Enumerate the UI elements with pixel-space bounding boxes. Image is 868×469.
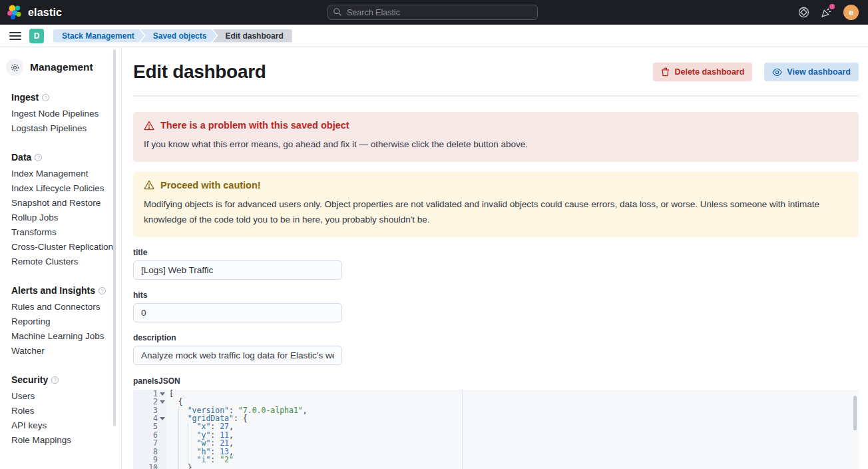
- panels-json-editor[interactable]: 1[2{3"version": "7.0.0-alpha1",4"gridDat…: [133, 390, 859, 469]
- delete-dashboard-button[interactable]: Delete dashboard: [653, 63, 752, 81]
- form-field: description: [133, 333, 342, 365]
- sidebar-item[interactable]: Machine Learning Jobs: [6, 329, 107, 344]
- warning-icon: [144, 121, 154, 131]
- sidebar-item[interactable]: Roles: [6, 404, 107, 418]
- editor-line[interactable]: 4"gridData": {: [133, 414, 859, 422]
- fold-spacer: [158, 431, 166, 439]
- sidebar-item[interactable]: Remote Clusters: [6, 254, 107, 269]
- editor-print-margin: [462, 390, 463, 469]
- section-help-icon: ?: [35, 154, 42, 161]
- section-help-icon: ?: [99, 287, 106, 294]
- breadcrumb-bar: D Stack ManagementSaved objectsEdit dash…: [0, 25, 868, 47]
- editor-scrollbar[interactable]: [853, 396, 857, 430]
- help-icon[interactable]: [798, 7, 809, 18]
- error-callout: There is a problem with this saved objec…: [133, 112, 859, 162]
- fold-spacer: [158, 464, 166, 469]
- warning-icon: [144, 180, 154, 190]
- app-window: elastic: [0, 0, 868, 469]
- sidebar-item[interactable]: Role Mappings: [6, 433, 107, 448]
- divider: [133, 95, 859, 97]
- management-sidebar: Management Ingest?Ingest Node PipelinesL…: [0, 47, 122, 469]
- breadcrumb-item[interactable]: Saved objects: [140, 29, 217, 43]
- editor-line[interactable]: 8"h": 13,: [133, 448, 859, 456]
- sidebar-item[interactable]: Ingest Node Pipelines: [6, 107, 107, 121]
- fold-arrow-icon[interactable]: [158, 398, 166, 406]
- dashboard-app-badge[interactable]: D: [29, 29, 44, 43]
- saved-object-form: titlehitsdescription: [133, 248, 859, 365]
- breadcrumb-item: Edit dashboard: [212, 29, 292, 43]
- editor-line[interactable]: 9"i": "2": [133, 456, 859, 464]
- fold-spacer: [158, 456, 166, 464]
- fold-spacer: [158, 422, 166, 430]
- menu-icon[interactable]: [5, 27, 25, 45]
- fold-arrow-icon[interactable]: [158, 390, 166, 398]
- newsfeed-icon[interactable]: [821, 7, 832, 18]
- fold-spacer: [158, 439, 166, 447]
- sidebar-scrollbar[interactable]: [113, 49, 116, 426]
- hits-input[interactable]: [133, 303, 342, 322]
- sidebar-sections: Ingest?Ingest Node PipelinesLogstash Pip…: [6, 92, 107, 448]
- field-label: description: [133, 333, 342, 342]
- elastic-logo-icon[interactable]: [7, 5, 22, 20]
- editor-line[interactable]: 7"w": 21,: [133, 439, 859, 447]
- form-field: hits: [133, 290, 342, 322]
- field-label: title: [133, 248, 342, 257]
- sidebar-item[interactable]: Cross-Cluster Replication: [6, 240, 107, 254]
- error-callout-title: There is a problem with this saved objec…: [160, 120, 349, 131]
- fold-spacer: [158, 406, 166, 414]
- sidebar-item[interactable]: API keys: [6, 418, 107, 433]
- warning-callout-body: Modifying objects is for advanced users …: [144, 197, 848, 228]
- sidebar-item[interactable]: Snapshot and Restore: [6, 196, 107, 211]
- warning-callout-title: Proceed with caution!: [160, 180, 261, 191]
- sidebar-item[interactable]: Index Lifecycle Policies: [6, 181, 107, 196]
- user-avatar[interactable]: e: [843, 5, 859, 20]
- fold-spacer: [158, 448, 166, 456]
- breadcrumb: Stack ManagementSaved objectsEdit dashbo…: [53, 29, 292, 43]
- sidebar-section-heading: Ingest?: [11, 92, 107, 103]
- view-dashboard-button[interactable]: View dashboard: [764, 63, 859, 81]
- trash-icon: [661, 67, 670, 77]
- editor-line[interactable]: 1[: [133, 390, 859, 398]
- search-input[interactable]: [327, 5, 538, 20]
- section-help-icon: ?: [51, 376, 59, 384]
- main-content: Edit dashboard Delete dashboard: [122, 47, 868, 469]
- notification-dot: [829, 4, 835, 9]
- sidebar-section-heading: Security?: [11, 374, 107, 385]
- breadcrumb-item[interactable]: Stack Management: [53, 29, 144, 43]
- brand-name: elastic: [28, 7, 62, 19]
- sidebar-item[interactable]: Index Management: [6, 167, 107, 181]
- sidebar-item[interactable]: Rules and Connectors: [6, 300, 107, 314]
- sidebar-item[interactable]: Logstash Pipelines: [6, 121, 107, 136]
- description-input[interactable]: [133, 346, 342, 365]
- gear-icon: [6, 59, 23, 76]
- editor-line[interactable]: 6"y": 11,: [133, 431, 859, 439]
- field-label: hits: [133, 290, 342, 300]
- sidebar-item[interactable]: Reporting: [6, 314, 107, 329]
- global-search[interactable]: [327, 5, 538, 20]
- eye-icon: [772, 68, 782, 77]
- section-help-icon: ?: [42, 94, 49, 101]
- top-header: elastic: [0, 0, 868, 25]
- fold-arrow-icon[interactable]: [158, 414, 166, 422]
- error-callout-body: If you know what this error means, go ah…: [144, 137, 848, 153]
- sidebar-section-heading: Alerts and Insights?: [11, 285, 107, 296]
- sidebar-section-heading: Data?: [11, 152, 107, 163]
- title-input[interactable]: [133, 260, 342, 280]
- warning-callout: Proceed with caution! Modifying objects …: [133, 172, 859, 237]
- editor-line[interactable]: 5"x": 27,: [133, 422, 859, 430]
- page-title: Edit dashboard: [133, 61, 266, 83]
- sidebar-title: Management: [30, 61, 93, 73]
- sidebar-item[interactable]: Users: [6, 389, 107, 404]
- editor-line[interactable]: 10},: [133, 464, 859, 469]
- panels-json-label: panelsJSON: [133, 376, 859, 386]
- search-icon: [333, 7, 342, 17]
- sidebar-item[interactable]: Transforms: [6, 225, 107, 240]
- sidebar-item[interactable]: Rollup Jobs: [6, 211, 107, 225]
- form-field: title: [133, 248, 342, 280]
- sidebar-item[interactable]: Watcher: [6, 344, 107, 358]
